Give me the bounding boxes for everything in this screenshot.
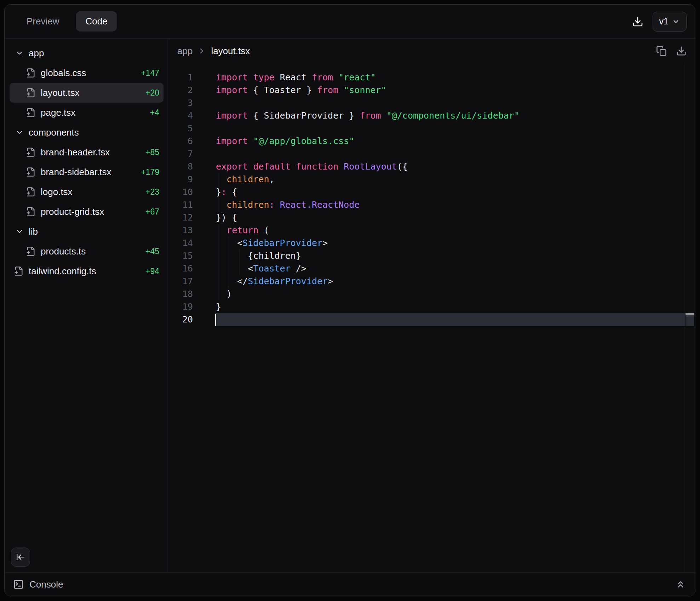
line-number: 6 bbox=[168, 135, 193, 148]
collapse-sidebar-button[interactable] bbox=[11, 548, 30, 567]
diff-added-badge: +179 bbox=[141, 167, 159, 177]
code-line: 3 bbox=[168, 97, 695, 109]
console-label: Console bbox=[29, 579, 63, 590]
file-plus-icon bbox=[26, 207, 36, 217]
version-selector[interactable]: v1 bbox=[653, 12, 687, 32]
folder-label: app bbox=[29, 48, 44, 59]
tree-item-globals-css[interactable]: globals.css+147 bbox=[10, 63, 163, 83]
line-number: 16 bbox=[168, 262, 193, 275]
code-line: 17 </SidebarProvider> bbox=[168, 275, 695, 288]
code-line: 9 children, bbox=[168, 173, 695, 186]
file-label: product-grid.tsx bbox=[41, 206, 104, 217]
chevron-down-icon bbox=[15, 227, 24, 236]
line-content: import "@/app/globals.css" bbox=[216, 135, 354, 148]
code-line: 1import type React from "react" bbox=[168, 71, 695, 84]
scrollbar-cursor-marker bbox=[685, 313, 694, 315]
line-content: } bbox=[216, 300, 221, 313]
tree-item-brand-sidebar-tsx[interactable]: brand-sidebar.tsx+179 bbox=[10, 162, 163, 182]
tree-item-tailwind-config-ts[interactable]: tailwind.config.ts+94 bbox=[10, 261, 163, 281]
file-label: brand-sidebar.tsx bbox=[41, 167, 111, 178]
download-file-button[interactable] bbox=[676, 46, 687, 56]
diff-added-badge: +20 bbox=[145, 88, 159, 98]
folder-label: components bbox=[29, 127, 79, 138]
code-line: 20 bbox=[168, 313, 695, 326]
code-line: 5 bbox=[168, 122, 695, 135]
line-number: 20 bbox=[168, 313, 193, 326]
chevron-down-icon bbox=[15, 49, 24, 57]
diff-added-badge: +4 bbox=[150, 108, 159, 118]
code-line: 14 <SidebarProvider> bbox=[168, 237, 695, 250]
version-label: v1 bbox=[659, 16, 669, 27]
arrow-left-to-line-icon bbox=[16, 553, 25, 562]
copy-icon bbox=[656, 46, 667, 56]
code-line: 16 <Toaster /> bbox=[168, 262, 695, 275]
code-line: 2import { Toaster } from "sonner" bbox=[168, 84, 695, 97]
line-number: 7 bbox=[168, 148, 193, 160]
chevron-right-icon bbox=[197, 47, 206, 55]
folder-label: lib bbox=[29, 226, 38, 237]
code-line: 6import "@/app/globals.css" bbox=[168, 135, 695, 148]
tab-code[interactable]: Code bbox=[76, 11, 116, 32]
top-actions: v1 bbox=[632, 12, 687, 32]
tree-item-components[interactable]: components bbox=[10, 122, 163, 142]
download-icon bbox=[632, 16, 643, 27]
file-plus-icon bbox=[26, 108, 36, 118]
line-number: 8 bbox=[168, 160, 193, 173]
file-label: brand-header.tsx bbox=[41, 147, 110, 158]
diff-added-badge: +67 bbox=[145, 207, 159, 217]
file-plus-icon bbox=[26, 88, 36, 98]
line-number: 4 bbox=[168, 109, 193, 122]
app-panel: Preview Code v1 appglobals.css+147layout… bbox=[4, 4, 695, 596]
line-number: 13 bbox=[168, 224, 193, 237]
code-line: 8export default function RootLayout({ bbox=[168, 160, 695, 173]
tree-item-page-tsx[interactable]: page.tsx+4 bbox=[10, 103, 163, 122]
tree-item-app[interactable]: app bbox=[10, 43, 163, 63]
code-header: app layout.tsx bbox=[168, 39, 695, 63]
code-panel: app layout.tsx bbox=[168, 39, 695, 572]
line-number: 3 bbox=[168, 97, 193, 109]
line-content: import { Toaster } from "sonner" bbox=[216, 84, 386, 97]
tree-item-products-ts[interactable]: products.ts+45 bbox=[10, 241, 163, 261]
code-editor[interactable]: 1import type React from "react"2import {… bbox=[168, 63, 695, 572]
diff-added-badge: +45 bbox=[145, 247, 159, 256]
main-area: appglobals.css+147layout.tsx+20page.tsx+… bbox=[5, 39, 695, 572]
tree-item-layout-tsx[interactable]: layout.tsx+20 bbox=[10, 83, 163, 103]
text-cursor bbox=[215, 314, 216, 326]
code-line: 12}) { bbox=[168, 211, 695, 224]
line-content: children, bbox=[216, 173, 275, 186]
chevrons-up-icon bbox=[675, 579, 686, 590]
line-content: <Toaster /> bbox=[216, 262, 306, 275]
diff-added-badge: +85 bbox=[145, 148, 159, 157]
terminal-icon bbox=[13, 579, 24, 590]
tree-item-brand-header-tsx[interactable]: brand-header.tsx+85 bbox=[10, 142, 163, 162]
line-content: </SidebarProvider> bbox=[216, 275, 333, 288]
top-header: Preview Code v1 bbox=[5, 5, 695, 39]
line-number: 2 bbox=[168, 84, 193, 97]
download-project-button[interactable] bbox=[632, 16, 643, 27]
line-content: children: React.ReactNode bbox=[216, 199, 360, 211]
chevron-down-icon bbox=[15, 128, 24, 137]
code-line: 11 children: React.ReactNode bbox=[168, 199, 695, 211]
code-line: 13 return ( bbox=[168, 224, 695, 237]
line-number: 1 bbox=[168, 71, 193, 84]
tree-item-product-grid-tsx[interactable]: product-grid.tsx+67 bbox=[10, 202, 163, 222]
tab-preview[interactable]: Preview bbox=[17, 11, 68, 32]
line-content: <SidebarProvider> bbox=[216, 237, 328, 250]
line-number: 18 bbox=[168, 288, 193, 300]
code-line: 10}: { bbox=[168, 186, 695, 199]
diff-added-badge: +94 bbox=[145, 267, 159, 276]
code-line: 19} bbox=[168, 300, 695, 313]
tree-item-lib[interactable]: lib bbox=[10, 222, 163, 241]
line-content: }: { bbox=[216, 186, 237, 199]
code-line: 7 bbox=[168, 148, 695, 160]
file-label: products.ts bbox=[41, 246, 86, 257]
download-icon bbox=[676, 46, 687, 56]
line-content: import type React from "react" bbox=[216, 71, 376, 84]
console-bar[interactable]: Console bbox=[5, 572, 695, 596]
diff-added-badge: +147 bbox=[141, 68, 159, 78]
file-plus-icon bbox=[26, 187, 36, 197]
copy-code-button[interactable] bbox=[656, 46, 667, 56]
expand-console-button[interactable] bbox=[675, 579, 686, 590]
tree-item-logo-tsx[interactable]: logo.tsx+23 bbox=[10, 182, 163, 202]
breadcrumb-folder: app bbox=[177, 46, 193, 57]
